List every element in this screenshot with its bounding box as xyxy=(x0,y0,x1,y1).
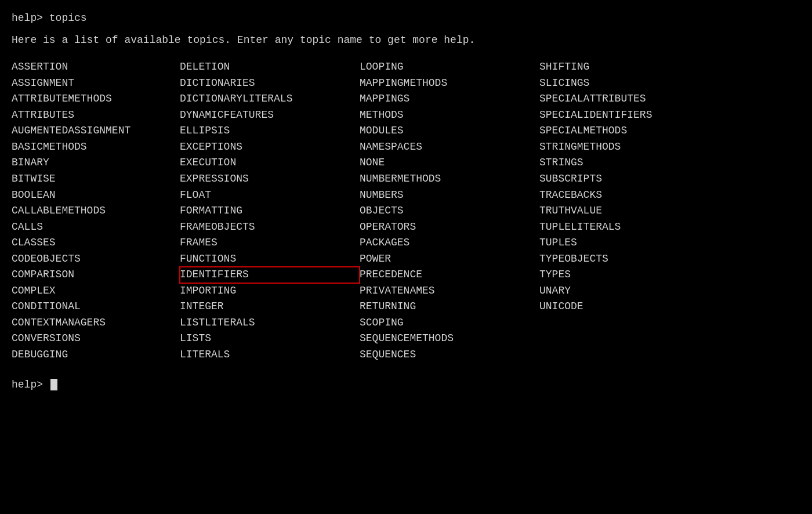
topic-item[interactable]: IMPORTING xyxy=(180,283,360,299)
topic-item[interactable]: NUMBERMETHODS xyxy=(360,171,539,187)
topic-item[interactable]: SEQUENCEMETHODS xyxy=(360,331,539,347)
topic-item[interactable]: FRAMEOBJECTS xyxy=(180,219,360,236)
topic-item[interactable]: BASICMETHODS xyxy=(12,139,180,155)
topics-grid: ASSERTIONDELETIONLOOPINGSHIFTINGASSIGNME… xyxy=(12,59,800,363)
cursor xyxy=(50,379,57,390)
topic-item[interactable]: CALLS xyxy=(12,219,180,236)
topic-item[interactable]: METHODS xyxy=(360,107,539,124)
topic-item[interactable]: FRAMES xyxy=(180,235,360,251)
prompt-command: help> topics xyxy=(12,10,800,26)
topic-item[interactable]: DYNAMICFEATURES xyxy=(180,107,360,124)
topic-item[interactable]: MODULES xyxy=(360,123,539,139)
topic-item[interactable]: CONVERSIONS xyxy=(12,331,180,347)
topic-item[interactable]: NUMBERS xyxy=(360,187,539,204)
topic-item[interactable]: FLOAT xyxy=(180,187,360,204)
topic-item[interactable]: TYPES xyxy=(539,267,719,283)
topic-item[interactable]: SUBSCRIPTS xyxy=(539,171,719,187)
topic-item[interactable]: OPERATORS xyxy=(360,219,539,236)
topic-item[interactable]: MAPPINGMETHODS xyxy=(360,75,539,92)
topic-item[interactable]: BINARY xyxy=(12,155,180,171)
topic-item[interactable]: MAPPINGS xyxy=(360,91,539,107)
info-line: Here is a list of available topics. Ente… xyxy=(12,32,800,48)
topic-item[interactable]: ATTRIBUTES xyxy=(12,107,180,124)
topic-item[interactable]: DELETION xyxy=(180,59,360,75)
topic-item[interactable] xyxy=(539,347,719,363)
topic-item[interactable]: TRACEBACKS xyxy=(539,187,719,204)
topic-item[interactable]: EXECUTION xyxy=(180,155,360,171)
topic-item[interactable]: CALLABLEMETHODS xyxy=(12,203,180,219)
topic-item[interactable]: OBJECTS xyxy=(360,203,539,219)
topic-item[interactable]: COMPLEX xyxy=(12,283,180,299)
topic-item[interactable]: AUGMENTEDASSIGNMENT xyxy=(12,123,180,139)
topic-item[interactable]: STRINGS xyxy=(539,155,719,171)
topic-item[interactable]: ELLIPSIS xyxy=(180,123,360,139)
topic-item[interactable]: NONE xyxy=(360,155,539,171)
topic-item[interactable]: SCOPING xyxy=(360,315,539,331)
topic-item[interactable]: BOOLEAN xyxy=(12,187,180,204)
topic-item[interactable]: ASSERTION xyxy=(12,59,180,75)
topic-item[interactable]: CONTEXTMANAGERS xyxy=(12,315,180,331)
topic-item[interactable]: TRUTHVALUE xyxy=(539,203,719,219)
topic-item[interactable]: FUNCTIONS xyxy=(180,251,360,267)
topic-item[interactable]: EXCEPTIONS xyxy=(180,139,360,155)
bottom-prompt: help> xyxy=(12,379,49,390)
topic-item[interactable]: TUPLELITERALS xyxy=(539,219,719,236)
topic-item[interactable]: RETURNING xyxy=(360,299,539,315)
bottom-prompt-line: help> xyxy=(12,377,800,392)
topic-item[interactable]: CODEOBJECTS xyxy=(12,251,180,267)
topic-item[interactable]: PACKAGES xyxy=(360,235,539,251)
topic-item[interactable]: NAMESPACES xyxy=(360,139,539,155)
topic-item[interactable]: LISTS xyxy=(180,331,360,347)
topic-item[interactable]: COMPARISON xyxy=(12,267,180,283)
topic-item[interactable]: TUPLES xyxy=(539,235,719,251)
topic-item[interactable]: DICTIONARIES xyxy=(180,75,360,92)
topic-item[interactable]: SEQUENCES xyxy=(360,347,539,363)
topic-item[interactable]: LITERALS xyxy=(180,347,360,363)
topic-item[interactable]: CONDITIONAL xyxy=(12,299,180,315)
topic-item[interactable]: TYPEOBJECTS xyxy=(539,251,719,267)
topic-item[interactable]: SHIFTING xyxy=(539,59,719,75)
topic-item[interactable]: FORMATTING xyxy=(180,203,360,219)
topic-item[interactable]: SPECIALIDENTIFIERS xyxy=(539,107,719,124)
topic-item[interactable]: LOOPING xyxy=(360,59,539,75)
topic-item[interactable] xyxy=(539,331,719,347)
topic-item[interactable]: SPECIALMETHODS xyxy=(539,123,719,139)
topic-item[interactable]: UNICODE xyxy=(539,299,719,315)
topic-item[interactable]: POWER xyxy=(360,251,539,267)
topic-item[interactable]: PRIVATENAMES xyxy=(360,283,539,299)
topic-item[interactable]: LISTLITERALS xyxy=(180,315,360,331)
topic-item[interactable] xyxy=(539,315,719,331)
terminal-window: help> topics Here is a list of available… xyxy=(12,10,800,392)
topic-item[interactable]: INTEGER xyxy=(180,299,360,315)
topic-item[interactable]: EXPRESSIONS xyxy=(180,171,360,187)
topic-item[interactable]: BITWISE xyxy=(12,171,180,187)
topic-item[interactable]: DICTIONARYLITERALS xyxy=(180,91,360,107)
topic-item[interactable]: UNARY xyxy=(539,283,719,299)
topic-item[interactable]: STRINGMETHODS xyxy=(539,139,719,155)
topic-item[interactable]: CLASSES xyxy=(12,235,180,251)
topic-item[interactable]: PRECEDENCE xyxy=(360,267,539,283)
topic-item[interactable]: SLICINGS xyxy=(539,75,719,92)
topic-item[interactable]: SPECIALATTRIBUTES xyxy=(539,91,719,107)
topic-item[interactable]: ATTRIBUTEMETHODS xyxy=(12,91,180,107)
topic-item[interactable]: DEBUGGING xyxy=(12,347,180,363)
topic-item[interactable]: ASSIGNMENT xyxy=(12,75,180,92)
topic-item[interactable]: IDENTIFIERS xyxy=(180,267,360,283)
